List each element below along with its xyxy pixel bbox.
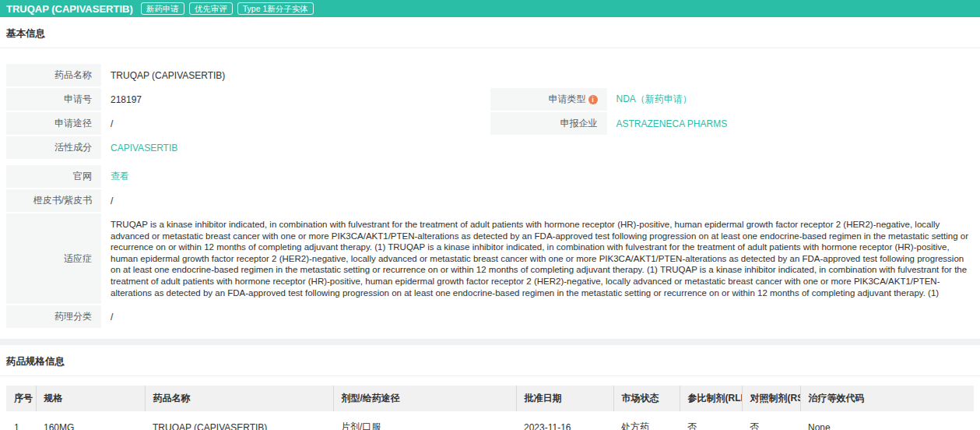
col-header-te-code: 治疗等效代码 xyxy=(800,386,974,411)
info-icon[interactable] xyxy=(588,95,598,104)
badge-new-drug-application: 新药申请 xyxy=(141,2,184,16)
row-official-site: 官网 查看 xyxy=(6,165,974,188)
col-header-market-status: 市场状态 xyxy=(613,386,680,411)
col-header-index: 序号 xyxy=(6,386,36,411)
col-header-dosage-form-route: 剂型/给药途径 xyxy=(333,386,516,411)
active-ingredient-link[interactable]: CAPIVASERTIB xyxy=(111,143,177,153)
application-type-label: 申请类型 xyxy=(490,88,607,111)
basic-info-grid: 药品名称 TRUQAP (CAPIVASERTIB) 申请号 218197 申请… xyxy=(0,64,980,328)
drug-title-bar: TRUQAP (CAPIVASERTIB) 新药申请 优先审评 Type 1新分… xyxy=(0,0,980,17)
applicant-link[interactable]: ASTRAZENECA PHARMS xyxy=(616,118,728,129)
orange-purple-book-value: / xyxy=(101,189,974,212)
basic-info-section-title: 基本信息 xyxy=(0,17,980,48)
applicant-label: 申报企业 xyxy=(490,112,607,135)
cell-strength: 160MG xyxy=(36,411,145,430)
indication-text: TRUQAP is a kinase inhibitor indicated, … xyxy=(101,213,974,304)
active-ingredient-label: 活性成分 xyxy=(6,136,101,159)
application-no-value: 218197 xyxy=(101,88,490,111)
row-orange-purple-book: 橙皮书/紫皮书 / xyxy=(6,189,974,212)
cell-dosage-form-route: 片剂/口服 xyxy=(333,411,516,430)
row-pharmacologic-class: 药理分类 / xyxy=(6,305,974,328)
col-header-rs: 对照制剂(RS) xyxy=(742,386,800,411)
indication-label: 适应症 xyxy=(6,213,101,304)
cell-index: 1 xyxy=(6,411,36,430)
pharmacologic-class-label: 药理分类 xyxy=(6,305,101,328)
application-type-link[interactable]: NDA（新药申请） xyxy=(616,93,692,106)
cell-te-code: None xyxy=(800,411,974,430)
cell-market-status: 处方药 xyxy=(613,411,680,430)
drug-title: TRUQAP (CAPIVASERTIB) xyxy=(6,3,133,15)
badge-priority-review: 优先审评 xyxy=(189,2,233,16)
drug-name-value: TRUQAP (CAPIVASERTIB) xyxy=(101,64,974,86)
application-no-label: 申请号 xyxy=(6,88,101,111)
drug-name-label: 药品名称 xyxy=(6,64,101,86)
cell-drug-name: TRUQAP (CAPIVASERTIB) xyxy=(145,411,333,430)
section-divider xyxy=(0,339,980,345)
row-application-route-and-applicant: 申请途径 / 申报企业 ASTRAZENECA PHARMS xyxy=(6,112,974,135)
row-active-ingredient: 活性成分 CAPIVASERTIB xyxy=(6,136,974,159)
cell-approval-date: 2023-11-16 xyxy=(516,411,613,430)
row-indication: 适应症 TRUQAP is a kinase inhibitor indicat… xyxy=(6,213,974,304)
application-route-value: / xyxy=(101,112,490,135)
spec-table: 序号 规格 药品名称 剂型/给药途径 批准日期 市场状态 参比制剂(RLD) 对… xyxy=(0,386,980,430)
spec-section-title: 药品规格信息 xyxy=(0,345,980,376)
col-header-drug-name: 药品名称 xyxy=(145,386,333,411)
official-site-label: 官网 xyxy=(6,165,101,188)
col-header-strength: 规格 xyxy=(36,386,145,411)
orange-purple-book-label: 橙皮书/紫皮书 xyxy=(6,189,101,212)
col-header-approval-date: 批准日期 xyxy=(516,386,613,411)
official-site-view-link[interactable]: 查看 xyxy=(111,170,129,183)
row-application-no-and-type: 申请号 218197 申请类型 NDA（新药申请） xyxy=(6,88,974,111)
cell-rld: 否 xyxy=(680,411,742,430)
spec-table-header-row: 序号 规格 药品名称 剂型/给药途径 批准日期 市场状态 参比制剂(RLD) 对… xyxy=(6,386,974,411)
cell-rs: 否 xyxy=(742,411,800,430)
application-route-label: 申请途径 xyxy=(6,112,101,135)
row-drug-name: 药品名称 TRUQAP (CAPIVASERTIB) xyxy=(6,64,974,86)
pharmacologic-class-value: / xyxy=(101,305,974,328)
col-header-rld: 参比制剂(RLD) xyxy=(680,386,742,411)
badge-type1-new-molecular-entity: Type 1新分子实体 xyxy=(237,2,314,16)
table-row: 1 160MG TRUQAP (CAPIVASERTIB) 片剂/口服 2023… xyxy=(6,411,974,430)
